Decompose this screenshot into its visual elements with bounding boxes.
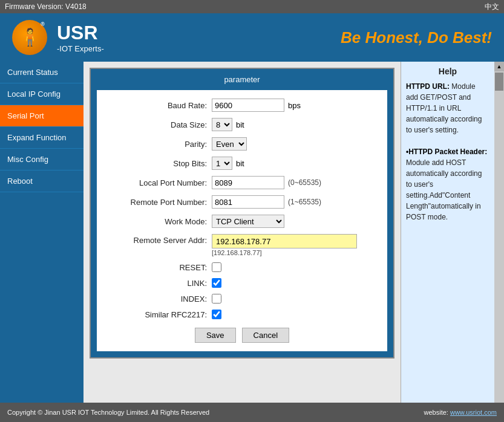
parity-select[interactable]: Even Odd None bbox=[212, 137, 247, 151]
help-item-1-heading: •HTTPD Packet Header: bbox=[406, 148, 487, 156]
language-switch[interactable]: 中文 bbox=[485, 2, 499, 12]
link-label: LINK: bbox=[109, 279, 212, 288]
parity-controls: Even Odd None bbox=[212, 137, 247, 151]
brand-text: USR -IOT Experts- bbox=[57, 22, 104, 53]
rfc2217-checkbox[interactable] bbox=[212, 310, 221, 319]
content-area: parameter Baud Rate: bps Data Size: 8 bbox=[83, 62, 401, 403]
work-mode-row: Work Mode: TCP Client TCP Server UDP bbox=[109, 215, 375, 228]
remote-port-label: Remote Port Number: bbox=[109, 198, 212, 207]
main-layout: Current Status Local IP Config Serial Po… bbox=[0, 62, 504, 403]
brand-sub: -IOT Experts- bbox=[57, 44, 104, 53]
sidebar: Current Status Local IP Config Serial Po… bbox=[0, 62, 83, 403]
work-mode-label: Work Mode: bbox=[109, 217, 212, 226]
cancel-button[interactable]: Cancel bbox=[242, 328, 289, 343]
baud-rate-unit: bps bbox=[288, 101, 301, 110]
reset-checkbox[interactable] bbox=[212, 262, 221, 272]
help-panel: Help HTTPD URL: Module add GET/POST and … bbox=[401, 62, 494, 403]
param-inner: Baud Rate: bps Data Size: 8 7 6 5 bbox=[97, 90, 387, 351]
stop-bits-select[interactable]: 1 2 bbox=[212, 157, 232, 170]
remote-port-hint: (1~65535) bbox=[288, 198, 321, 206]
firmware-version: Firmware Version: V4018 bbox=[5, 2, 87, 11]
help-item-0-heading: HTTPD URL: bbox=[406, 82, 450, 91]
logo: 🧍 ® bbox=[12, 20, 47, 55]
top-bar: Firmware Version: V4018 中文 bbox=[0, 0, 504, 13]
parity-row: Parity: Even Odd None bbox=[109, 137, 375, 151]
data-size-row: Data Size: 8 7 6 5 bit bbox=[109, 118, 375, 131]
help-content: HTTPD URL: Module add GET/POST and HTTP/… bbox=[406, 81, 489, 222]
link-row: LINK: bbox=[109, 278, 375, 288]
link-checkbox[interactable] bbox=[212, 278, 221, 288]
footer: Copyright © Jinan USR IOT Technology Lim… bbox=[0, 403, 504, 422]
reset-row: RESET: bbox=[109, 262, 375, 272]
remote-port-input[interactable] bbox=[212, 195, 284, 209]
work-mode-controls: TCP Client TCP Server UDP bbox=[212, 215, 284, 228]
remote-port-controls: (1~65535) bbox=[212, 195, 321, 209]
footer-website-link[interactable]: www.usriot.com bbox=[450, 409, 497, 416]
parity-label: Parity: bbox=[109, 140, 212, 149]
sidebar-item-reboot[interactable]: Reboot bbox=[0, 170, 83, 192]
work-mode-select[interactable]: TCP Client TCP Server UDP bbox=[212, 215, 284, 228]
param-box: parameter Baud Rate: bps Data Size: 8 bbox=[90, 68, 394, 359]
scrollbar[interactable]: ▲ bbox=[494, 62, 504, 403]
data-size-label: Data Size: bbox=[109, 120, 212, 129]
stop-bits-label: Stop Bits: bbox=[109, 159, 212, 168]
scroll-thumb[interactable] bbox=[495, 73, 503, 91]
header-left: 🧍 ® USR -IOT Experts- bbox=[12, 20, 104, 55]
sidebar-item-misc-config[interactable]: Misc Config bbox=[0, 149, 83, 170]
help-item-1-body: Module add HOST automatically according … bbox=[406, 158, 482, 221]
data-size-unit: bit bbox=[236, 120, 244, 129]
local-port-row: Local Port Number: (0~65535) bbox=[109, 176, 375, 189]
button-row: Save Cancel bbox=[109, 328, 375, 343]
index-label: INDEX: bbox=[109, 294, 212, 304]
local-port-label: Local Port Number: bbox=[109, 178, 212, 187]
sidebar-item-local-ip-config[interactable]: Local IP Config bbox=[0, 83, 83, 105]
remote-addr-input[interactable] bbox=[212, 234, 357, 248]
remote-addr-row: Remote Server Addr: [192.168.178.77] bbox=[109, 234, 375, 256]
stop-bits-unit: bit bbox=[236, 159, 244, 168]
footer-website: website: www.usriot.com bbox=[424, 409, 497, 416]
local-port-controls: (0~65535) bbox=[212, 176, 321, 189]
remote-addr-controls: [192.168.178.77] bbox=[212, 234, 357, 256]
baud-rate-controls: bps bbox=[212, 99, 301, 112]
rfc2217-row: Similar RFC2217: bbox=[109, 310, 375, 319]
local-port-hint: (0~65535) bbox=[288, 178, 321, 187]
baud-rate-label: Baud Rate: bbox=[109, 101, 212, 110]
rfc2217-label: Similar RFC2217: bbox=[109, 310, 212, 319]
stop-bits-row: Stop Bits: 1 2 bit bbox=[109, 157, 375, 170]
help-title: Help bbox=[406, 67, 489, 76]
sidebar-item-current-status[interactable]: Current Status bbox=[0, 62, 83, 83]
data-size-select[interactable]: 8 7 6 5 bbox=[212, 118, 232, 131]
index-checkbox[interactable] bbox=[212, 294, 221, 304]
scroll-up-arrow[interactable]: ▲ bbox=[494, 62, 504, 71]
sidebar-item-expand-function[interactable]: Expand Function bbox=[0, 127, 83, 149]
sidebar-item-serial-port[interactable]: Serial Port bbox=[0, 105, 83, 127]
remote-addr-hint: [192.168.178.77] bbox=[212, 249, 357, 256]
footer-copyright: Copyright © Jinan USR IOT Technology Lim… bbox=[7, 409, 209, 416]
data-size-controls: 8 7 6 5 bit bbox=[212, 118, 244, 131]
reset-label: RESET: bbox=[109, 263, 212, 272]
param-title: parameter bbox=[97, 75, 387, 84]
stop-bits-controls: 1 2 bit bbox=[212, 157, 244, 170]
index-row: INDEX: bbox=[109, 294, 375, 304]
tagline: Be Honest, Do Best! bbox=[341, 28, 492, 47]
save-button[interactable]: Save bbox=[195, 328, 236, 343]
remote-addr-label: Remote Server Addr: bbox=[109, 234, 212, 245]
local-port-input[interactable] bbox=[212, 176, 284, 189]
baud-rate-row: Baud Rate: bps bbox=[109, 99, 375, 112]
remote-port-row: Remote Port Number: (1~65535) bbox=[109, 195, 375, 209]
header: 🧍 ® USR -IOT Experts- Be Honest, Do Best… bbox=[0, 13, 504, 62]
brand-name: USR bbox=[57, 22, 104, 44]
baud-rate-input[interactable] bbox=[212, 99, 284, 112]
